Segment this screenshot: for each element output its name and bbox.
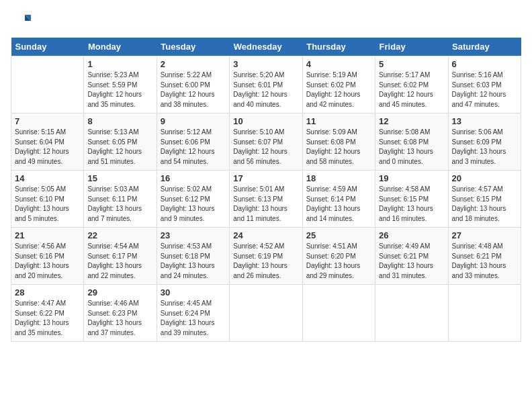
day-info: Sunrise: 4:56 AM Sunset: 6:16 PM Dayligh… <box>15 242 80 281</box>
day-number: 29 <box>87 287 152 298</box>
calendar-cell <box>375 285 448 342</box>
day-number: 5 <box>379 59 444 69</box>
day-info: Sunrise: 5:06 AM Sunset: 6:09 PM Dayligh… <box>452 128 517 167</box>
day-number: 25 <box>306 230 371 240</box>
day-number: 28 <box>15 287 80 298</box>
day-info: Sunrise: 4:52 AM Sunset: 6:19 PM Dayligh… <box>233 242 298 281</box>
day-info: Sunrise: 5:22 AM Sunset: 6:00 PM Dayligh… <box>161 71 226 109</box>
day-info: Sunrise: 5:10 AM Sunset: 6:07 PM Dayligh… <box>233 128 298 167</box>
calendar-cell: 21Sunrise: 4:56 AM Sunset: 6:16 PM Dayli… <box>11 228 84 285</box>
day-number: 1 <box>87 59 152 69</box>
day-header-monday: Monday <box>84 38 157 56</box>
calendar-cell: 8Sunrise: 5:13 AM Sunset: 6:05 PM Daylig… <box>84 113 157 171</box>
logo <box>11 11 34 31</box>
day-number: 14 <box>15 173 80 183</box>
day-info: Sunrise: 5:15 AM Sunset: 6:04 PM Dayligh… <box>15 128 80 167</box>
day-number: 9 <box>161 116 226 126</box>
calendar-cell: 1Sunrise: 5:23 AM Sunset: 5:59 PM Daylig… <box>84 56 157 113</box>
day-number: 17 <box>233 173 298 183</box>
day-info: Sunrise: 4:51 AM Sunset: 6:20 PM Dayligh… <box>306 242 371 281</box>
day-number: 10 <box>233 116 298 126</box>
week-row-4: 28Sunrise: 4:47 AM Sunset: 6:22 PM Dayli… <box>11 285 521 342</box>
calendar-cell: 28Sunrise: 4:47 AM Sunset: 6:22 PM Dayli… <box>11 285 84 342</box>
day-number: 20 <box>452 173 517 183</box>
calendar-cell <box>230 285 302 342</box>
logo-icon <box>11 11 31 31</box>
day-number: 24 <box>233 230 298 240</box>
day-number: 26 <box>379 230 444 240</box>
calendar-cell: 27Sunrise: 4:48 AM Sunset: 6:21 PM Dayli… <box>448 228 521 285</box>
calendar-cell: 10Sunrise: 5:10 AM Sunset: 6:07 PM Dayli… <box>230 113 302 171</box>
day-info: Sunrise: 4:54 AM Sunset: 6:17 PM Dayligh… <box>87 242 152 281</box>
calendar-cell: 26Sunrise: 4:49 AM Sunset: 6:21 PM Dayli… <box>375 228 448 285</box>
day-number: 6 <box>452 59 517 69</box>
day-number: 2 <box>161 59 226 69</box>
day-info: Sunrise: 5:17 AM Sunset: 6:02 PM Dayligh… <box>379 71 444 109</box>
day-info: Sunrise: 5:20 AM Sunset: 6:01 PM Dayligh… <box>233 71 298 109</box>
calendar-cell: 4Sunrise: 5:19 AM Sunset: 6:02 PM Daylig… <box>302 56 375 113</box>
calendar-cell: 6Sunrise: 5:16 AM Sunset: 6:03 PM Daylig… <box>448 56 521 113</box>
day-number: 30 <box>161 287 226 298</box>
calendar-cell: 15Sunrise: 5:03 AM Sunset: 6:11 PM Dayli… <box>84 171 157 228</box>
day-info: Sunrise: 5:03 AM Sunset: 6:11 PM Dayligh… <box>87 185 152 224</box>
calendar-cell: 25Sunrise: 4:51 AM Sunset: 6:20 PM Dayli… <box>302 228 375 285</box>
day-number: 12 <box>379 116 444 126</box>
header-row: SundayMondayTuesdayWednesdayThursdayFrid… <box>11 38 521 56</box>
day-number: 15 <box>87 173 152 183</box>
calendar-cell: 19Sunrise: 4:58 AM Sunset: 6:15 PM Dayli… <box>375 171 448 228</box>
calendar-cell: 11Sunrise: 5:09 AM Sunset: 6:08 PM Dayli… <box>302 113 375 171</box>
page-header <box>11 11 521 31</box>
day-info: Sunrise: 4:59 AM Sunset: 6:14 PM Dayligh… <box>306 185 371 224</box>
calendar-cell: 5Sunrise: 5:17 AM Sunset: 6:02 PM Daylig… <box>375 56 448 113</box>
calendar-cell: 30Sunrise: 4:45 AM Sunset: 6:24 PM Dayli… <box>157 285 229 342</box>
calendar-cell: 2Sunrise: 5:22 AM Sunset: 6:00 PM Daylig… <box>157 56 229 113</box>
day-info: Sunrise: 5:02 AM Sunset: 6:12 PM Dayligh… <box>161 185 226 224</box>
calendar-cell: 7Sunrise: 5:15 AM Sunset: 6:04 PM Daylig… <box>11 113 84 171</box>
day-info: Sunrise: 5:01 AM Sunset: 6:13 PM Dayligh… <box>233 185 298 224</box>
day-info: Sunrise: 5:16 AM Sunset: 6:03 PM Dayligh… <box>452 71 517 109</box>
day-info: Sunrise: 4:46 AM Sunset: 6:23 PM Dayligh… <box>87 299 152 338</box>
day-number: 3 <box>233 59 298 69</box>
day-number: 7 <box>15 116 80 126</box>
calendar-cell <box>11 56 84 113</box>
day-number: 19 <box>379 173 444 183</box>
day-info: Sunrise: 5:23 AM Sunset: 5:59 PM Dayligh… <box>87 71 152 109</box>
calendar-cell <box>448 285 521 342</box>
day-header-friday: Friday <box>375 38 448 56</box>
day-number: 11 <box>306 116 371 126</box>
week-row-0: 1Sunrise: 5:23 AM Sunset: 5:59 PM Daylig… <box>11 56 521 113</box>
calendar-cell: 14Sunrise: 5:05 AM Sunset: 6:10 PM Dayli… <box>11 171 84 228</box>
day-number: 4 <box>306 59 371 69</box>
calendar-cell: 22Sunrise: 4:54 AM Sunset: 6:17 PM Dayli… <box>84 228 157 285</box>
day-info: Sunrise: 4:53 AM Sunset: 6:18 PM Dayligh… <box>161 242 226 281</box>
week-row-2: 14Sunrise: 5:05 AM Sunset: 6:10 PM Dayli… <box>11 171 521 228</box>
day-info: Sunrise: 5:19 AM Sunset: 6:02 PM Dayligh… <box>306 71 371 109</box>
day-info: Sunrise: 4:58 AM Sunset: 6:15 PM Dayligh… <box>379 185 444 224</box>
day-number: 8 <box>87 116 152 126</box>
day-info: Sunrise: 5:12 AM Sunset: 6:06 PM Dayligh… <box>161 128 226 167</box>
day-info: Sunrise: 4:57 AM Sunset: 6:15 PM Dayligh… <box>452 185 517 224</box>
calendar-cell: 18Sunrise: 4:59 AM Sunset: 6:14 PM Dayli… <box>302 171 375 228</box>
day-number: 13 <box>452 116 517 126</box>
day-header-wednesday: Wednesday <box>230 38 302 56</box>
calendar-cell: 17Sunrise: 5:01 AM Sunset: 6:13 PM Dayli… <box>230 171 302 228</box>
day-info: Sunrise: 4:45 AM Sunset: 6:24 PM Dayligh… <box>161 299 226 338</box>
day-header-tuesday: Tuesday <box>157 38 229 56</box>
day-info: Sunrise: 5:08 AM Sunset: 6:08 PM Dayligh… <box>379 128 444 167</box>
day-number: 27 <box>452 230 517 240</box>
calendar-cell: 9Sunrise: 5:12 AM Sunset: 6:06 PM Daylig… <box>157 113 229 171</box>
calendar-cell: 20Sunrise: 4:57 AM Sunset: 6:15 PM Dayli… <box>448 171 521 228</box>
day-info: Sunrise: 4:47 AM Sunset: 6:22 PM Dayligh… <box>15 299 80 338</box>
calendar-cell <box>302 285 375 342</box>
calendar-cell: 13Sunrise: 5:06 AM Sunset: 6:09 PM Dayli… <box>448 113 521 171</box>
day-info: Sunrise: 4:49 AM Sunset: 6:21 PM Dayligh… <box>379 242 444 281</box>
week-row-1: 7Sunrise: 5:15 AM Sunset: 6:04 PM Daylig… <box>11 113 521 171</box>
day-header-saturday: Saturday <box>448 38 521 56</box>
day-number: 22 <box>87 230 152 240</box>
calendar-cell: 16Sunrise: 5:02 AM Sunset: 6:12 PM Dayli… <box>157 171 229 228</box>
day-number: 23 <box>161 230 226 240</box>
day-info: Sunrise: 4:48 AM Sunset: 6:21 PM Dayligh… <box>452 242 517 281</box>
day-info: Sunrise: 5:09 AM Sunset: 6:08 PM Dayligh… <box>306 128 371 167</box>
calendar-cell: 3Sunrise: 5:20 AM Sunset: 6:01 PM Daylig… <box>230 56 302 113</box>
day-number: 16 <box>161 173 226 183</box>
